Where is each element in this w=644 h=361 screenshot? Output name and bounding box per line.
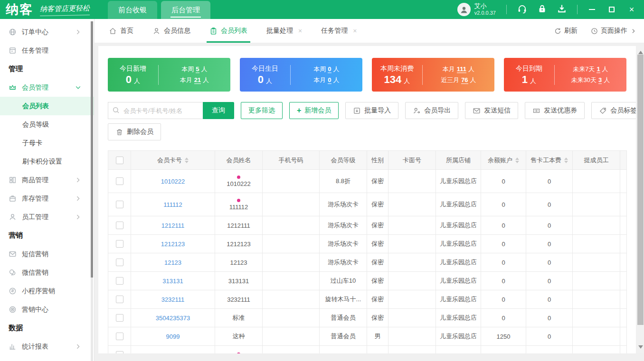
card-no-link[interactable]: 313131 xyxy=(162,278,183,285)
sidebar-item-数据分析[interactable]: 数据分析 xyxy=(0,356,94,361)
sidebar-item-员工管理[interactable]: 员工管理 xyxy=(0,208,94,226)
sidebar-item-刷卡积分设置[interactable]: 刷卡积分设置 xyxy=(0,152,94,171)
button-label: 发送短信 xyxy=(484,106,511,115)
sort-icon[interactable] xyxy=(185,157,189,163)
select-all-checkbox[interactable] xyxy=(116,157,123,164)
row-checkbox[interactable] xyxy=(116,277,123,285)
新增会员-button[interactable]: +新增会员 xyxy=(289,102,339,119)
sidebar-item-库存管理[interactable]: 库存管理 xyxy=(0,189,94,208)
会员导出-button[interactable]: 会员导出 xyxy=(405,102,458,119)
row-checkbox[interactable] xyxy=(116,201,123,208)
会员标签-button[interactable]: 会员标签 xyxy=(591,102,636,119)
level-cell: 游乐场次卡 xyxy=(320,235,367,253)
sidebar-item-短信营销[interactable]: 短信营销 xyxy=(0,245,94,263)
批量导入-button[interactable]: 批量导入 xyxy=(345,102,398,119)
stat-link-value[interactable]: 0 xyxy=(328,76,331,84)
row-checkbox[interactable] xyxy=(116,296,123,303)
phone-cell xyxy=(263,290,320,309)
row-checkbox[interactable] xyxy=(116,177,123,185)
sidebar-item-统计报表[interactable]: 统计报表 xyxy=(0,337,94,356)
tab-close-icon[interactable]: × xyxy=(298,27,302,35)
balance-cell: 0 xyxy=(481,216,526,235)
stat-link-value[interactable]: 111 xyxy=(457,65,466,73)
更多筛选-button[interactable]: 更多筛选 xyxy=(241,102,283,119)
sidebar-item-label: 小程序营销 xyxy=(22,287,55,296)
tab-会员列表[interactable]: 会员列表 xyxy=(209,19,247,43)
发送短信-button[interactable]: 发送短信 xyxy=(465,102,518,119)
sidebar-item-订单中心[interactable]: 订单中心 xyxy=(0,23,94,41)
refresh-action[interactable]: 刷新 xyxy=(554,27,578,35)
scroll-down-arrow-icon[interactable] xyxy=(638,345,643,351)
stock-icon xyxy=(9,194,17,203)
card-no-link[interactable]: 9099 xyxy=(166,333,180,340)
member-name: 3232111 xyxy=(227,296,250,303)
user-account[interactable]: 艾小 v2.0.0.37 xyxy=(457,3,496,16)
tab-close-icon[interactable]: × xyxy=(353,27,357,35)
member-table: 会员卡号会员姓名手机号码会员等级性别卡面号所属店铺余额账户售卡工本费提成员工 1… xyxy=(108,150,627,353)
tab-会员信息[interactable]: 会员信息 xyxy=(152,19,190,43)
card-no-link[interactable]: 3232111 xyxy=(161,296,185,303)
page-ops-label: 页面操作 xyxy=(601,27,627,35)
stat-link-value[interactable]: 3 xyxy=(598,76,602,84)
staff-icon xyxy=(9,213,17,221)
tab-任务管理[interactable]: 任务管理× xyxy=(321,19,357,43)
sidebar-item-会员等级[interactable]: 会员等级 xyxy=(0,115,94,134)
card-no-link[interactable]: 1212123 xyxy=(161,241,185,248)
scroll-up-arrow-icon[interactable] xyxy=(638,48,643,54)
mail-icon xyxy=(473,107,481,115)
stat-link-value[interactable]: 5 xyxy=(196,65,199,73)
phone-cell xyxy=(263,170,320,193)
sort-icon[interactable] xyxy=(515,157,519,163)
gender-cell: 保密 xyxy=(367,216,388,235)
sidebar-item-商品管理[interactable]: 商品管理 xyxy=(0,171,94,189)
sidebar-item-微信营销[interactable]: 微信营销 xyxy=(0,263,94,282)
maximize-button[interactable] xyxy=(608,6,616,13)
row-checkbox[interactable] xyxy=(116,222,123,229)
download-icon[interactable] xyxy=(557,4,567,15)
search-input[interactable] xyxy=(108,102,203,119)
card-no-link[interactable]: 12123 xyxy=(164,259,181,266)
page-scrollbar[interactable] xyxy=(637,46,644,353)
name-cell: 1212123 xyxy=(215,235,263,253)
sidebar-item-会员管理[interactable]: 会员管理 xyxy=(0,78,94,97)
stat-link-value[interactable]: 21 xyxy=(194,76,201,84)
stat-link-value[interactable]: 1 xyxy=(597,65,600,73)
card-no-link[interactable]: 3504235373 xyxy=(156,315,190,322)
row-checkbox[interactable] xyxy=(116,240,123,248)
query-button[interactable]: 查询 xyxy=(203,102,234,119)
stat-link-value[interactable]: 0 xyxy=(328,65,331,73)
support-icon[interactable] xyxy=(517,4,527,16)
tab-label: 批量处理 xyxy=(266,27,293,35)
sidebar-item-子母卡[interactable]: 子母卡 xyxy=(0,134,94,152)
row-checkbox[interactable] xyxy=(116,333,123,340)
card-no-link[interactable]: 1212111 xyxy=(161,222,185,229)
sidebar-scrollbar-thumb[interactable] xyxy=(91,21,93,278)
sidebar-item-营销中心[interactable]: 营销中心 xyxy=(0,300,94,319)
card-no-link[interactable]: 111112 xyxy=(163,201,182,208)
stat-link-value[interactable]: 76 xyxy=(461,76,468,84)
row-checkbox[interactable] xyxy=(116,314,123,322)
card-no-link[interactable]: 1010222 xyxy=(161,178,185,185)
close-button[interactable]: × xyxy=(628,6,635,13)
sidebar-item-小程序营销[interactable]: 小程序营销 xyxy=(0,282,94,300)
删除会员-button[interactable]: 删除会员 xyxy=(108,123,161,140)
lock-icon[interactable] xyxy=(538,4,547,15)
tab-首页[interactable]: 首页 xyxy=(109,19,133,43)
button-label: 更多筛选 xyxy=(248,106,275,115)
sidebar-item-label: 会员列表 xyxy=(22,102,49,111)
row-checkbox[interactable] xyxy=(116,259,123,266)
发送优惠券-button[interactable]: 发送优惠券 xyxy=(525,102,585,119)
top-nav-front-cashier[interactable]: 前台收银 xyxy=(108,1,157,19)
sort-icon[interactable] xyxy=(564,157,568,163)
sidebar-item-任务管理[interactable]: 任务管理 xyxy=(0,41,94,60)
tab-批量处理[interactable]: 批量处理× xyxy=(266,19,302,43)
page-scrollbar-thumb[interactable] xyxy=(637,55,644,325)
sidebar-scrollbar[interactable] xyxy=(91,21,93,361)
sidebar-item-label: 微信营销 xyxy=(22,268,48,277)
page-ops-action[interactable]: 页面操作 xyxy=(591,27,636,35)
sidebar-item-会员列表[interactable]: 会员列表 xyxy=(0,97,94,115)
top-nav-backend-admin[interactable]: 后台管理 xyxy=(161,1,210,19)
sidebar-item-label: 统计报表 xyxy=(22,342,48,351)
minimize-button[interactable] xyxy=(588,6,596,13)
goods-icon xyxy=(9,176,17,184)
